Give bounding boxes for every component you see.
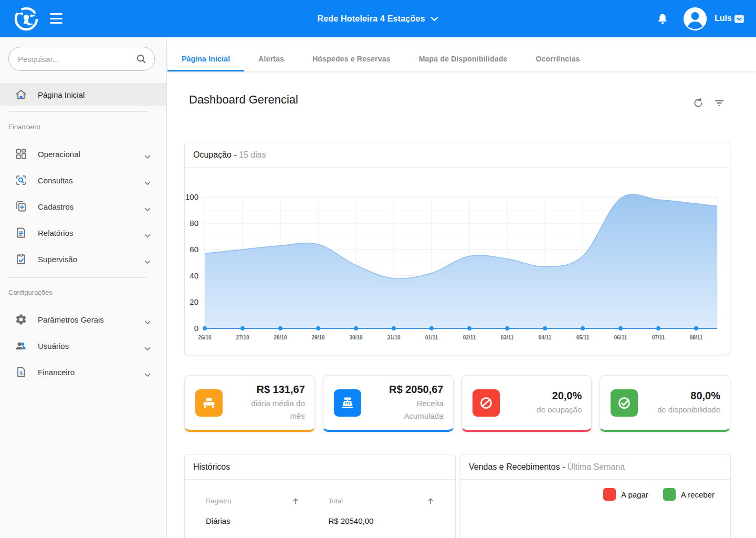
divider <box>8 111 146 112</box>
legend-swatch-red <box>603 488 616 501</box>
column-header-total: Total <box>329 497 343 505</box>
stat-value: 80,0% <box>638 390 720 402</box>
stat-value: R$ 2050,67 <box>361 384 444 396</box>
stat-card-disponibilidade: 80,0% de disponibilidade <box>600 375 730 432</box>
tab-alertas[interactable]: Alertas <box>244 46 298 71</box>
block-icon <box>472 389 500 417</box>
refresh-icon[interactable] <box>692 97 704 109</box>
svg-text:80: 80 <box>190 219 198 227</box>
legend-swatch-green <box>663 488 676 501</box>
vendas-title: Vendas e Recebimentos - <box>469 462 565 471</box>
svg-text:04/11: 04/11 <box>539 335 552 340</box>
bed-icon <box>195 389 223 417</box>
vendas-header: Vendas e Recebimentos - Última Semana <box>460 454 730 480</box>
bottom-cards-row: Históricos Registro Total Diárias R$ 205… <box>184 454 731 538</box>
sidebar-item-financeiro[interactable]: $ Financeiro <box>0 359 166 385</box>
occupancy-subtitle: 15 dias <box>239 150 266 159</box>
sidebar-item-label: Supervisão <box>38 255 77 264</box>
stat-card-receita-acumulada: R$ 2050,67 Receita Acumulada <box>323 375 454 432</box>
stat-label: de ocupação <box>500 404 582 416</box>
brand-title: Rede Hoteleira 4 Estações <box>317 14 425 24</box>
sidebar-item-parametros-gerais[interactable]: Parâmetros Gerais <box>0 306 166 333</box>
copy-plus-icon <box>15 200 27 213</box>
chevron-down-icon <box>144 178 151 182</box>
sidebar-item-relatorios[interactable]: Relatórios <box>0 220 166 246</box>
tab-ocorrencias[interactable]: Ocorrências <box>521 46 594 71</box>
sidebar-item-cadastros[interactable]: Cadastros <box>0 193 166 220</box>
stat-label: Receita Acumulada <box>386 397 444 422</box>
notifications-bell-icon[interactable] <box>656 13 669 25</box>
svg-text:06/11: 06/11 <box>614 335 627 340</box>
svg-text:100: 100 <box>185 192 198 201</box>
chevron-down-icon <box>430 16 439 22</box>
tab-hospedes-e-reservas[interactable]: Hóspedes e Reservas <box>298 46 405 71</box>
user-name: Luís <box>715 14 732 23</box>
top-app-bar: Rede Hoteleira 4 Estações Luís <box>0 0 756 37</box>
page-title: Dashboard Gerencial <box>189 93 298 107</box>
user-avatar[interactable] <box>684 7 707 30</box>
svg-text:29/10: 29/10 <box>311 335 324 340</box>
historicos-table-header: Registro Total <box>185 497 455 505</box>
search-icon[interactable] <box>135 53 147 65</box>
page-tabs: Página Inicial Alertas Hóspedes e Reserv… <box>167 46 756 71</box>
home-icon <box>15 88 27 101</box>
stat-value: 20,0% <box>500 390 582 402</box>
sidebar-item-operacional[interactable]: Operacional <box>0 141 166 167</box>
svg-text:05/11: 05/11 <box>576 335 590 340</box>
users-icon <box>15 339 27 352</box>
chevron-down-icon <box>144 204 151 209</box>
filter-icon[interactable] <box>713 97 725 109</box>
check-circle-icon <box>611 389 638 417</box>
invoice-dollar-icon: $ <box>15 366 27 378</box>
occupancy-card: Ocupação - 15 dias 02040608010026/1027/1… <box>184 142 730 355</box>
svg-text:03/11: 03/11 <box>501 335 514 340</box>
historicos-header: Históricos <box>185 454 455 480</box>
sidebar-item-pagina-inicial[interactable]: Página Inicial <box>0 83 166 106</box>
sidebar-item-consultas[interactable]: Consultas <box>0 167 166 193</box>
divider <box>8 277 146 278</box>
sidebar-search <box>8 47 155 71</box>
cell-registro: Diárias <box>185 516 320 525</box>
sidebar-item-label: Consultas <box>38 176 73 185</box>
sidebar-item-label: Relatórios <box>38 229 74 237</box>
svg-text:26/10: 26/10 <box>198 335 211 340</box>
tab-mapa-de-disponibilidade[interactable]: Mapa de Disponibilidade <box>405 46 522 71</box>
clipboard-check-icon <box>15 253 27 265</box>
sidebar-item-label: Usuários <box>38 342 69 350</box>
sidebar-item-label: Parâmetros Gerais <box>38 315 104 324</box>
svg-text:07/11: 07/11 <box>652 335 665 340</box>
search-frame-icon <box>15 174 27 187</box>
stat-card-diaria-media: R$ 131,67 diária média do mês <box>184 375 315 432</box>
section-label-financeiro: Financeiro <box>8 123 40 131</box>
cell-total: R$ 20540,00 <box>320 516 456 525</box>
chevron-down-icon <box>144 370 151 374</box>
page-actions <box>692 97 725 109</box>
stat-card-ocupacao: 20,0% de ocupação <box>461 375 592 432</box>
sort-arrow-icon[interactable] <box>292 498 299 505</box>
historicos-card: Históricos Registro Total Diárias R$ 205… <box>184 454 456 538</box>
svg-text:0: 0 <box>194 324 198 333</box>
stat-label: diária média do mês <box>238 397 305 422</box>
svg-text:40: 40 <box>190 271 198 280</box>
stat-value: R$ 131,67 <box>223 384 305 396</box>
search-input[interactable] <box>18 55 135 64</box>
stat-label: de disponibilidade <box>638 404 720 416</box>
user-menu-button[interactable] <box>734 15 744 23</box>
dashboard-grid-icon <box>15 148 27 160</box>
svg-text:$: $ <box>20 370 23 376</box>
tab-pagina-inicial[interactable]: Página Inicial <box>167 46 244 71</box>
sort-arrow-icon[interactable] <box>427 498 434 505</box>
menu-hamburger-button[interactable] <box>50 13 62 24</box>
chevron-down-icon <box>144 257 151 261</box>
sidebar: Página Inicial Financeiro Operacional Co… <box>0 37 167 538</box>
svg-text:20: 20 <box>190 297 198 306</box>
svg-text:27/10: 27/10 <box>236 335 249 340</box>
svg-text:01/11: 01/11 <box>425 335 438 340</box>
sidebar-item-usuarios[interactable]: Usuários <box>0 333 166 359</box>
vendas-subtitle: Última Semana <box>568 462 625 471</box>
table-row: Diárias R$ 20540,00 <box>185 516 455 525</box>
hotel-network-selector[interactable]: Rede Hoteleira 4 Estações <box>317 0 438 37</box>
chevron-down-icon <box>144 152 151 156</box>
sidebar-item-supervisao[interactable]: Supervisão <box>0 246 166 272</box>
chevron-down-icon <box>144 231 151 235</box>
